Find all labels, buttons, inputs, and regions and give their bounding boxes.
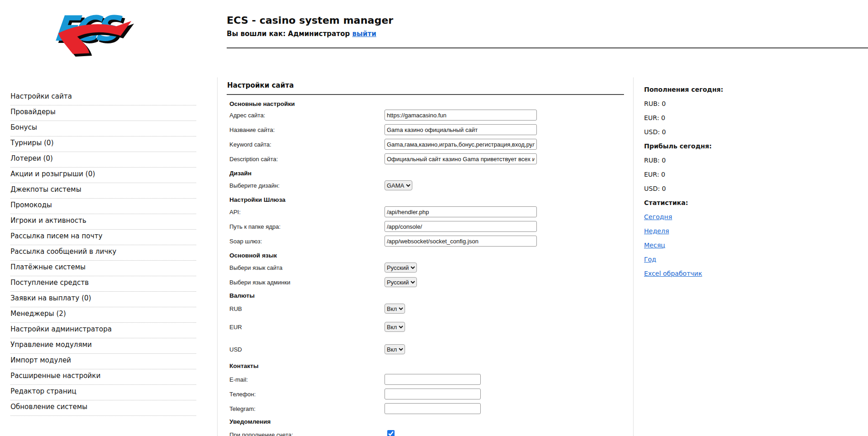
sidebar-item-payout-requests[interactable]: Заявки на выплату (0): [10, 292, 196, 307]
email-input[interactable]: [385, 374, 481, 385]
sidebar-item-system-update[interactable]: Обновление системы: [10, 400, 196, 416]
login-status: Вы вошли как: Администратор выйти: [227, 30, 376, 38]
statistics-title: Статистика:: [644, 198, 781, 212]
section-language: Основной язык: [229, 252, 277, 259]
sidebar-item-admin-settings[interactable]: Настройки администратора: [10, 323, 196, 338]
sidebar-item-promotions[interactable]: Акции и розыгрыши (0): [10, 168, 196, 183]
sidebar-item-lotteries[interactable]: Лотереи (0): [10, 152, 196, 168]
design-select[interactable]: GAMA: [385, 180, 412, 190]
site-description-input[interactable]: [385, 153, 537, 164]
api-input[interactable]: [385, 206, 537, 217]
section-design: Дизайн: [229, 170, 251, 177]
sidebar-item-players-activity[interactable]: Игроки и активность: [10, 214, 196, 230]
stats-link-excel-handler[interactable]: Excel обработчик: [644, 270, 702, 277]
deposits-usd: USD: 0: [644, 127, 781, 142]
eur-label: EUR: [229, 324, 385, 331]
site-name-label: Название сайта:: [229, 126, 385, 133]
sidebar-item-site-settings[interactable]: Настройки сайта: [10, 90, 196, 105]
core-path-label: Путь к папке ядра:: [229, 223, 385, 230]
sidebar-item-page-editor[interactable]: Редактор страниц: [10, 385, 196, 400]
section-basic-settings: Основные настройки: [229, 100, 295, 107]
page-title: ECS - casino system manager: [227, 15, 393, 26]
stats-link-week[interactable]: Неделя: [644, 227, 669, 235]
profit-rub: RUB: 0: [644, 156, 781, 170]
deposit-notification-label: При пополнение счета:: [229, 431, 385, 436]
sidebar-item-payment-systems[interactable]: Платёжные системы: [10, 261, 196, 276]
telegram-input[interactable]: [385, 403, 481, 414]
right-content-divider: [633, 78, 634, 436]
login-status-text: Вы вошли как: Администратор: [227, 30, 350, 38]
site-name-input[interactable]: [385, 124, 537, 135]
sidebar-item-managers[interactable]: Менеджеры (2): [10, 307, 196, 323]
sidebar-item-tournaments[interactable]: Турниры (0): [10, 137, 196, 152]
section-currencies: Валюты: [229, 292, 255, 299]
stats-link-today[interactable]: Сегодня: [644, 213, 672, 221]
admin-language-label: Выбери язык админки: [229, 279, 385, 286]
deposits-eur: EUR: 0: [644, 113, 781, 127]
soap-gateway-label: Soap шлюз:: [229, 238, 385, 245]
header-divider: [227, 47, 868, 48]
profit-today-title: Прибыль сегодня:: [644, 142, 781, 156]
email-label: E-mail:: [229, 376, 385, 383]
sidebar-item-module-import[interactable]: Импорт модулей: [10, 354, 196, 369]
phone-input[interactable]: [385, 389, 481, 399]
section-gateway: Настройки Шлюза: [229, 196, 286, 203]
sidebar-item-promocodes[interactable]: Промокоды: [10, 199, 196, 214]
deposits-rub: RUB: 0: [644, 99, 781, 113]
rub-toggle-select[interactable]: Вкл: [385, 304, 405, 314]
sidebar-item-jackpots[interactable]: Джекпоты системы: [10, 183, 196, 199]
sidebar-item-bonuses[interactable]: Бонусы: [10, 121, 196, 137]
site-address-input[interactable]: [385, 110, 537, 121]
api-label: API:: [229, 209, 385, 215]
admin-language-select[interactable]: Русский: [385, 277, 417, 287]
deposits-today-title: Пополнения сегодня:: [644, 85, 781, 99]
ecs-logo: ECS: [51, 5, 135, 57]
stats-panel: Пополнения сегодня: RUB: 0 EUR: 0 USD: 0…: [644, 85, 781, 283]
sidebar-item-providers[interactable]: Провайдеры: [10, 105, 196, 121]
logo-swoosh-icon: [51, 5, 135, 57]
soap-gateway-input[interactable]: [385, 236, 537, 247]
logout-link[interactable]: выйти: [352, 30, 376, 38]
sidebar-item-advanced-settings[interactable]: Расширенные настройки: [10, 369, 196, 385]
telegram-label: Telegram:: [229, 405, 385, 412]
site-settings-panel: Настройки сайта Основные настройки Адрес…: [227, 81, 627, 436]
panel-title-divider: [227, 94, 624, 95]
site-language-select[interactable]: Русский: [385, 263, 417, 273]
eur-toggle-select[interactable]: Вкл: [385, 322, 405, 332]
site-language-label: Выбери язык сайта: [229, 264, 385, 271]
stats-link-month[interactable]: Месяц: [644, 242, 665, 249]
left-content-divider: [217, 78, 218, 436]
stats-link-year[interactable]: Год: [644, 256, 656, 263]
sidebar-item-module-management[interactable]: Управление модулями: [10, 338, 196, 354]
site-keywords-input[interactable]: [385, 139, 537, 150]
sidebar-item-email-mailing[interactable]: Рассылка писем на почту: [10, 230, 196, 245]
sidebar-item-pm-mailing[interactable]: Рассылка сообщений в личку: [10, 245, 196, 261]
core-path-input[interactable]: [385, 221, 537, 232]
profit-usd: USD: 0: [644, 184, 781, 198]
site-keywords-label: Keyword сайта:: [229, 141, 385, 148]
sidebar: Настройки сайта Провайдеры Бонусы Турнир…: [10, 90, 196, 416]
usd-toggle-select[interactable]: Вкл: [385, 344, 405, 354]
site-description-label: Description сайта:: [229, 156, 385, 163]
rub-label: RUB: [229, 305, 385, 312]
section-contacts: Контакты: [229, 362, 259, 369]
site-address-label: Адрес сайта:: [229, 112, 385, 119]
deposit-notification-checkbox[interactable]: [387, 430, 395, 436]
sidebar-item-incoming-funds[interactable]: Поступление средств: [10, 276, 196, 292]
design-select-label: Выберите дизайн:: [229, 182, 385, 189]
phone-label: Телефон:: [229, 391, 385, 398]
usd-label: USD: [229, 346, 385, 353]
panel-title: Настройки сайта: [227, 81, 294, 89]
profit-eur: EUR: 0: [644, 170, 781, 184]
section-notifications: Уведомления: [229, 418, 270, 425]
